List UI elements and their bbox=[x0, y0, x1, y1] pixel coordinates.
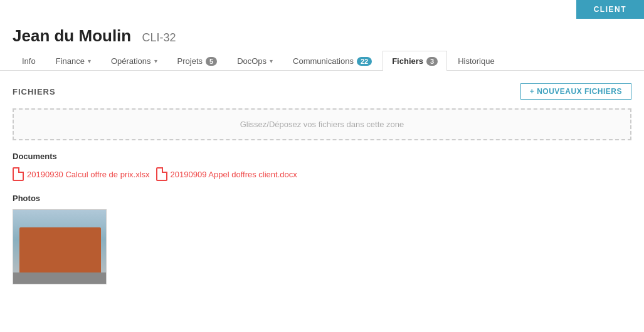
documents-list: 20190930 Calcul offre de prix.xlsx 20190… bbox=[13, 167, 631, 181]
finance-dropdown-arrow: ▾ bbox=[88, 58, 91, 65]
tab-historique[interactable]: Historique bbox=[448, 51, 504, 71]
section-title: FICHIERS bbox=[13, 87, 56, 96]
docops-dropdown-arrow: ▾ bbox=[270, 58, 273, 65]
fichiers-badge: 3 bbox=[426, 57, 438, 66]
client-badge: CLIENT bbox=[576, 0, 644, 19]
projets-badge: 5 bbox=[206, 57, 217, 66]
section-header: FICHIERS + NOUVEAUX FICHIERS bbox=[13, 83, 631, 100]
tab-info[interactable]: Info bbox=[13, 51, 45, 71]
list-item[interactable]: 20190909 Appel doffres client.docx bbox=[156, 167, 297, 181]
top-bar: CLIENT bbox=[0, 0, 644, 19]
documents-group-title: Documents bbox=[13, 152, 631, 161]
drop-zone-label: Glissez/Déposez vos fichiers dans cette … bbox=[240, 120, 404, 129]
building-image bbox=[13, 210, 106, 284]
page-title: Jean du Moulin CLI-32 bbox=[13, 26, 631, 46]
file-icon bbox=[13, 167, 24, 181]
new-files-button[interactable]: + NOUVEAUX FICHIERS bbox=[520, 83, 631, 100]
communications-badge: 22 bbox=[357, 57, 372, 66]
file-name: 20190909 Appel doffres client.docx bbox=[171, 170, 297, 179]
client-id: CLI-32 bbox=[142, 31, 176, 44]
drop-zone[interactable]: Glissez/Déposez vos fichiers dans cette … bbox=[13, 108, 631, 140]
photo-thumbnail[interactable] bbox=[13, 209, 107, 284]
operations-dropdown-arrow: ▾ bbox=[154, 58, 157, 65]
photos-list bbox=[13, 209, 631, 284]
tab-docops[interactable]: DocOps ▾ bbox=[228, 51, 282, 71]
page-header: Jean du Moulin CLI-32 bbox=[0, 19, 644, 51]
file-icon bbox=[156, 167, 167, 181]
tab-communications[interactable]: Communications 22 bbox=[283, 51, 381, 71]
tab-finance[interactable]: Finance ▾ bbox=[46, 51, 100, 71]
tab-operations[interactable]: Opérations ▾ bbox=[102, 51, 167, 71]
tab-fichiers[interactable]: Fichiers 3 bbox=[383, 51, 447, 71]
content: FICHIERS + NOUVEAUX FICHIERS Glissez/Dép… bbox=[0, 71, 644, 297]
photos-group-title: Photos bbox=[13, 194, 631, 203]
list-item[interactable]: 20190930 Calcul offre de prix.xlsx bbox=[13, 167, 150, 181]
client-name: Jean du Moulin bbox=[13, 26, 131, 45]
tab-projets[interactable]: Projets 5 bbox=[168, 51, 227, 71]
file-name: 20190930 Calcul offre de prix.xlsx bbox=[27, 170, 150, 179]
tabs-bar: Info Finance ▾ Opérations ▾ Projets 5 Do… bbox=[0, 51, 644, 71]
